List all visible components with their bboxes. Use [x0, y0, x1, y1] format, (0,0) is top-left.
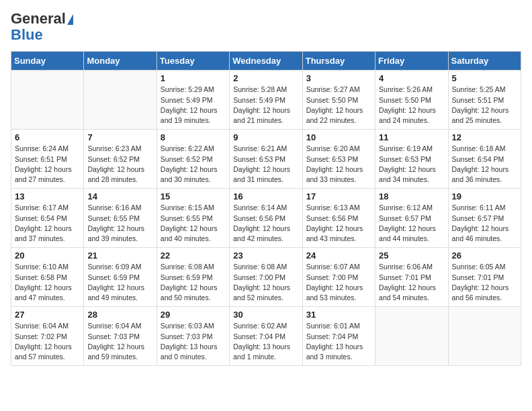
calendar-cell: 6Sunrise: 6:24 AM Sunset: 6:51 PM Daylig…: [11, 130, 84, 189]
day-info: Sunrise: 6:11 AM Sunset: 6:57 PM Dayligh…: [452, 203, 517, 244]
calendar-cell: 7Sunrise: 6:23 AM Sunset: 6:52 PM Daylig…: [84, 130, 157, 189]
day-number: 1: [161, 73, 226, 83]
calendar-cell: 20Sunrise: 6:10 AM Sunset: 6:58 PM Dayli…: [11, 248, 84, 307]
day-number: 18: [379, 191, 444, 201]
calendar-cell: 28Sunrise: 6:04 AM Sunset: 7:03 PM Dayli…: [84, 307, 157, 366]
day-info: Sunrise: 6:23 AM Sunset: 6:52 PM Dayligh…: [87, 144, 152, 185]
day-number: 24: [306, 250, 371, 261]
day-number: 8: [161, 132, 226, 142]
calendar-cell: 27Sunrise: 6:04 AM Sunset: 7:02 PM Dayli…: [11, 307, 84, 366]
col-header-friday: Friday: [375, 52, 448, 71]
day-number: 21: [87, 250, 152, 261]
calendar-cell: 4Sunrise: 5:26 AM Sunset: 5:50 PM Daylig…: [375, 71, 448, 130]
day-number: 29: [161, 310, 226, 320]
day-number: 22: [161, 250, 226, 261]
calendar-cell: 5Sunrise: 5:25 AM Sunset: 5:51 PM Daylig…: [448, 71, 521, 130]
day-info: Sunrise: 6:08 AM Sunset: 6:59 PM Dayligh…: [161, 262, 226, 303]
day-info: Sunrise: 6:05 AM Sunset: 7:01 PM Dayligh…: [452, 262, 517, 303]
day-info: Sunrise: 6:04 AM Sunset: 7:02 PM Dayligh…: [15, 321, 80, 362]
day-info: Sunrise: 5:25 AM Sunset: 5:51 PM Dayligh…: [452, 85, 517, 126]
col-header-wednesday: Wednesday: [230, 52, 302, 71]
day-number: 27: [15, 310, 80, 320]
day-info: Sunrise: 6:12 AM Sunset: 6:57 PM Dayligh…: [379, 203, 444, 244]
day-info: Sunrise: 6:15 AM Sunset: 6:55 PM Dayligh…: [161, 203, 226, 244]
calendar-cell: 30Sunrise: 6:02 AM Sunset: 7:04 PM Dayli…: [230, 307, 302, 366]
day-number: 14: [87, 191, 152, 201]
calendar-table: SundayMondayTuesdayWednesdayThursdayFrid…: [11, 51, 521, 366]
day-info: Sunrise: 6:14 AM Sunset: 6:56 PM Dayligh…: [233, 203, 298, 244]
calendar-cell: 2Sunrise: 5:28 AM Sunset: 5:49 PM Daylig…: [230, 71, 302, 130]
day-number: 15: [161, 191, 226, 201]
day-info: Sunrise: 6:01 AM Sunset: 7:04 PM Dayligh…: [306, 321, 371, 362]
day-info: Sunrise: 6:21 AM Sunset: 6:53 PM Dayligh…: [233, 144, 298, 185]
day-info: Sunrise: 6:07 AM Sunset: 7:00 PM Dayligh…: [306, 262, 371, 303]
day-info: Sunrise: 6:10 AM Sunset: 6:58 PM Dayligh…: [15, 262, 80, 303]
header: General Blue: [11, 11, 521, 43]
day-number: 30: [233, 310, 298, 320]
day-number: 6: [15, 132, 80, 142]
day-number: 28: [87, 310, 152, 320]
calendar-cell: 26Sunrise: 6:05 AM Sunset: 7:01 PM Dayli…: [448, 248, 521, 307]
day-info: Sunrise: 6:06 AM Sunset: 7:01 PM Dayligh…: [379, 262, 444, 303]
day-info: Sunrise: 6:20 AM Sunset: 6:53 PM Dayligh…: [306, 144, 371, 185]
day-number: 12: [452, 132, 517, 142]
day-number: 3: [306, 73, 371, 83]
calendar-cell: 18Sunrise: 6:12 AM Sunset: 6:57 PM Dayli…: [375, 189, 448, 248]
calendar-cell: 10Sunrise: 6:20 AM Sunset: 6:53 PM Dayli…: [302, 130, 375, 189]
calendar-cell: 25Sunrise: 6:06 AM Sunset: 7:01 PM Dayli…: [375, 248, 448, 307]
day-number: 10: [306, 132, 371, 142]
week-row-2: 6Sunrise: 6:24 AM Sunset: 6:51 PM Daylig…: [11, 130, 521, 189]
calendar-cell: 9Sunrise: 6:21 AM Sunset: 6:53 PM Daylig…: [230, 130, 302, 189]
header-row: SundayMondayTuesdayWednesdayThursdayFrid…: [11, 52, 521, 71]
day-info: Sunrise: 6:18 AM Sunset: 6:54 PM Dayligh…: [452, 144, 517, 185]
calendar-cell: [448, 307, 521, 366]
day-info: Sunrise: 6:16 AM Sunset: 6:55 PM Dayligh…: [87, 203, 152, 244]
day-number: 20: [15, 250, 80, 261]
week-row-5: 27Sunrise: 6:04 AM Sunset: 7:02 PM Dayli…: [11, 307, 521, 366]
day-info: Sunrise: 6:24 AM Sunset: 6:51 PM Dayligh…: [15, 144, 80, 185]
calendar-cell: 23Sunrise: 6:08 AM Sunset: 7:00 PM Dayli…: [230, 248, 302, 307]
day-info: Sunrise: 6:17 AM Sunset: 6:54 PM Dayligh…: [15, 203, 80, 244]
calendar-cell: 19Sunrise: 6:11 AM Sunset: 6:57 PM Dayli…: [448, 189, 521, 248]
day-info: Sunrise: 5:27 AM Sunset: 5:50 PM Dayligh…: [306, 85, 371, 126]
day-number: 25: [379, 250, 444, 261]
day-number: 23: [233, 250, 298, 261]
calendar-cell: 14Sunrise: 6:16 AM Sunset: 6:55 PM Dayli…: [84, 189, 157, 248]
day-number: 11: [379, 132, 444, 142]
day-info: Sunrise: 6:22 AM Sunset: 6:52 PM Dayligh…: [161, 144, 226, 185]
calendar-cell: 17Sunrise: 6:13 AM Sunset: 6:56 PM Dayli…: [302, 189, 375, 248]
col-header-sunday: Sunday: [11, 52, 84, 71]
calendar-cell: 13Sunrise: 6:17 AM Sunset: 6:54 PM Dayli…: [11, 189, 84, 248]
day-number: 13: [15, 191, 80, 201]
calendar-cell: [84, 71, 157, 130]
calendar-cell: 12Sunrise: 6:18 AM Sunset: 6:54 PM Dayli…: [448, 130, 521, 189]
calendar-cell: [375, 307, 448, 366]
day-number: 9: [233, 132, 298, 142]
calendar-cell: 15Sunrise: 6:15 AM Sunset: 6:55 PM Dayli…: [157, 189, 229, 248]
week-row-4: 20Sunrise: 6:10 AM Sunset: 6:58 PM Dayli…: [11, 248, 521, 307]
calendar-cell: 11Sunrise: 6:19 AM Sunset: 6:53 PM Dayli…: [375, 130, 448, 189]
day-number: 19: [452, 191, 517, 201]
day-number: 5: [452, 73, 517, 83]
day-info: Sunrise: 6:04 AM Sunset: 7:03 PM Dayligh…: [87, 321, 152, 362]
week-row-1: 1Sunrise: 5:29 AM Sunset: 5:49 PM Daylig…: [11, 71, 521, 130]
col-header-monday: Monday: [84, 52, 157, 71]
calendar-cell: 1Sunrise: 5:29 AM Sunset: 5:49 PM Daylig…: [157, 71, 229, 130]
calendar-cell: 29Sunrise: 6:03 AM Sunset: 7:03 PM Dayli…: [157, 307, 229, 366]
day-info: Sunrise: 5:28 AM Sunset: 5:49 PM Dayligh…: [233, 85, 298, 126]
day-info: Sunrise: 6:09 AM Sunset: 6:59 PM Dayligh…: [87, 262, 152, 303]
day-info: Sunrise: 6:02 AM Sunset: 7:04 PM Dayligh…: [233, 321, 298, 362]
day-number: 26: [452, 250, 517, 261]
day-number: 17: [306, 191, 371, 201]
day-info: Sunrise: 5:29 AM Sunset: 5:49 PM Dayligh…: [161, 85, 226, 126]
col-header-tuesday: Tuesday: [157, 52, 229, 71]
logo-text: General: [11, 11, 73, 27]
col-header-thursday: Thursday: [302, 52, 375, 71]
day-info: Sunrise: 6:03 AM Sunset: 7:03 PM Dayligh…: [161, 321, 226, 362]
logo: General Blue: [11, 11, 73, 43]
week-row-3: 13Sunrise: 6:17 AM Sunset: 6:54 PM Dayli…: [11, 189, 521, 248]
day-info: Sunrise: 5:26 AM Sunset: 5:50 PM Dayligh…: [379, 85, 444, 126]
day-info: Sunrise: 6:19 AM Sunset: 6:53 PM Dayligh…: [379, 144, 444, 185]
calendar-cell: 22Sunrise: 6:08 AM Sunset: 6:59 PM Dayli…: [157, 248, 229, 307]
logo-blue-text: Blue: [11, 26, 43, 43]
